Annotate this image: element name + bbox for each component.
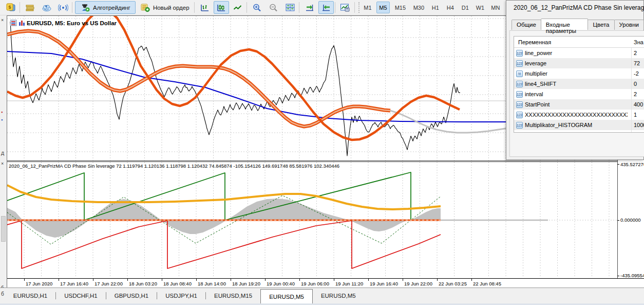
time-tick [403, 279, 403, 281]
corner-glyph: б [0, 288, 5, 303]
timeframe-h4-button[interactable]: H4 [444, 2, 457, 13]
cloud-button[interactable] [39, 1, 54, 14]
accounts-button[interactable]: $ [3, 1, 18, 14]
auto-scroll-button[interactable] [302, 1, 317, 14]
parameter-row[interactable]: 123StartPoint400 [514, 99, 644, 110]
column-divider [631, 79, 632, 89]
indicator-values-label: 2020_06_12_PanPrizMA CD Phase Sin levera… [9, 163, 339, 169]
parameter-row[interactable]: 123line4_SHIFT0 [514, 79, 644, 89]
chart-tab-gbpusd-h1[interactable]: GBPUSD,H1 [106, 288, 157, 303]
timeframe-m1-button[interactable]: M1 [362, 2, 374, 13]
chart-symbol-title: EURUSD, M5: Euro vs US Dollar [10, 20, 117, 26]
history-center-button[interactable] [23, 1, 38, 14]
dialog-tab-цвета[interactable]: Цвета [588, 20, 614, 30]
parameter-value[interactable]: 2 [634, 50, 637, 56]
toolbar-separator [358, 2, 359, 13]
axis-tick [617, 276, 619, 276]
timeframe-m5-button[interactable]: M5 [376, 2, 390, 13]
zoom-out-button[interactable] [266, 1, 281, 14]
time-tick [231, 279, 231, 281]
time-label: 17 Jun 22:00 [94, 281, 123, 286]
scrollbar-thumb[interactable] [1, 216, 6, 242]
timeframe-m30-button[interactable]: M30 [411, 2, 427, 13]
timeframe-m15-button[interactable]: M15 [392, 2, 408, 13]
parameter-name: line4_SHIFT [525, 81, 628, 87]
accounts-icon: $ [6, 3, 16, 12]
time-tick [162, 279, 162, 281]
parameter-value[interactable]: 1000 [634, 122, 644, 128]
panel-letter: Д [1, 151, 4, 156]
dialog-tab-входные-параметры[interactable]: Входные параметры [541, 19, 589, 30]
tile-windows-icon [285, 3, 295, 12]
parameter-row[interactable]: 123interval2 [514, 89, 644, 99]
chart-template-button[interactable] [338, 1, 353, 14]
chart-tab-eurusd-m5-active[interactable]: EURUSD,M5 [260, 289, 313, 303]
dialog-tab-общие[interactable]: Общие [512, 20, 541, 30]
parameter-row[interactable]: 123Multiplikator_HISTOGRAM1000 [514, 120, 644, 130]
chart-tab-usdjpy-h1[interactable]: USDJPY,H1 [157, 288, 205, 303]
signals-button[interactable] [55, 1, 71, 14]
toolbar-separator [72, 2, 72, 13]
zoom-out-icon [269, 3, 279, 12]
parameter-value[interactable]: 0 [634, 81, 637, 87]
parameter-row[interactable]: 123 [514, 130, 644, 133]
toolbar-separator [299, 2, 299, 13]
chart-shift-icon [321, 3, 331, 12]
blue-marker-icon: ▪ [1, 117, 3, 122]
timeframe-mn-button[interactable]: MN [489, 2, 502, 13]
timeframe-d1-button[interactable]: D1 [459, 2, 471, 13]
chart-shift-button[interactable] [318, 1, 334, 14]
integer-type-icon: 123 [516, 91, 523, 98]
panel-close-icon[interactable]: × [1, 17, 4, 23]
time-axis[interactable]: 17 Jun 202017 Jun 16:4017 Jun 22:0018 Ju… [7, 278, 644, 288]
timeframe-h1-button[interactable]: H1 [429, 2, 442, 13]
parameter-row[interactable]: ½multiplier-2 [514, 68, 644, 79]
time-tick [127, 279, 128, 281]
line-chart-icon [233, 3, 243, 12]
toolbar-separator [354, 2, 355, 13]
parameter-value[interactable]: 400 [634, 101, 643, 107]
panel-close-icon[interactable]: × [1, 161, 4, 166]
column-divider [631, 89, 632, 99]
parameter-value[interactable]: 72 [634, 60, 640, 66]
line-chart-button[interactable] [230, 1, 245, 14]
time-label: 18 Jun 19:20 [232, 281, 260, 286]
time-label: 18 Jun 14:00 [198, 281, 226, 286]
toolbar-separator [335, 2, 335, 13]
parameter-name: interval [525, 91, 628, 97]
time-tick [24, 279, 25, 281]
parameter-row[interactable]: 123XXXXXXXXXXXXXXXXXXXXXXXXXXXXXXX1 [514, 110, 644, 120]
parameter-value[interactable]: -2 [634, 70, 639, 77]
tile-windows-button[interactable] [282, 1, 298, 14]
chart-tab-eurusd-m5[interactable]: EURUSD,M5 [313, 288, 364, 303]
axis-tick [617, 220, 619, 221]
candlestick-chart-button[interactable] [214, 1, 229, 14]
time-label: 19 Jun 22:00 [404, 281, 432, 286]
chart-tab-eurusd-h1[interactable]: EURUSD,H1 [5, 288, 55, 303]
parameter-value[interactable]: 1 [634, 112, 637, 118]
integer-type-icon: 123 [516, 122, 523, 129]
dialog-tab-уровни[interactable]: Уровни [614, 20, 644, 30]
parameter-row[interactable]: 123leverage72 [514, 58, 644, 68]
algo-trading-button[interactable]: Алготрейдинг [75, 1, 136, 14]
integer-type-icon: 123 [516, 101, 523, 108]
indplot-svg [7, 162, 617, 278]
integer-type-icon: 123 [516, 132, 523, 133]
parameter-value[interactable]: 2 [634, 91, 637, 97]
svg-text:$: $ [8, 5, 11, 10]
indicator-properties-dialog: 2020_06_12_PanPrizMA CD Phase Sin levera… [506, 0, 644, 160]
timeframe-w1-button[interactable]: W1 [474, 2, 486, 13]
chart-tab-eurusd-m15[interactable]: EURUSD,M15 [206, 288, 260, 303]
zoom-in-button[interactable] [250, 1, 265, 14]
time-tick [334, 279, 334, 281]
bar-chart-button[interactable] [197, 1, 213, 14]
button-label: Новый ордер [153, 5, 190, 11]
parameter-row[interactable]: 123line_power2 [514, 48, 644, 58]
indicator-subwindow[interactable] [7, 162, 617, 278]
red-marker-icon: ▪ [1, 110, 3, 115]
new-order-button[interactable]: Новый ордер [137, 1, 193, 14]
integer-type-icon: 123 [516, 81, 523, 87]
chart-tab-usdchf-h1[interactable]: USDCHF,H1 [56, 288, 106, 303]
green-sawtooth-line [7, 172, 411, 220]
chart-tab-bar: бEURUSD,H1USDCHF,H1GBPUSD,H1USDJPY,H1EUR… [0, 288, 644, 303]
